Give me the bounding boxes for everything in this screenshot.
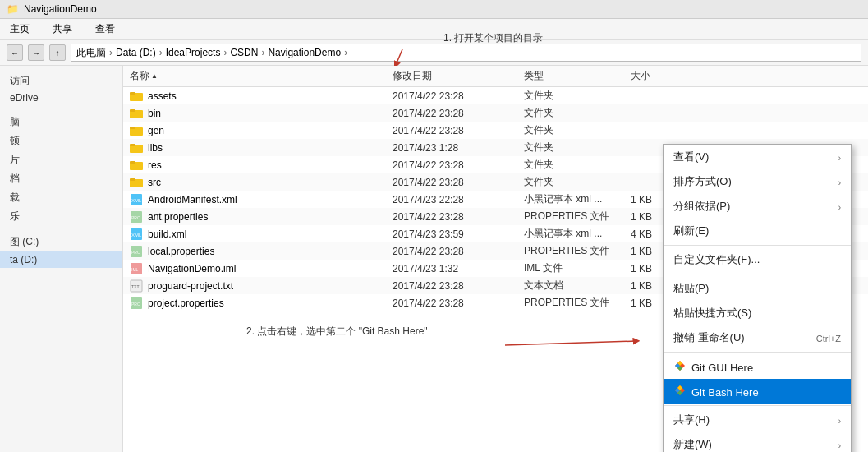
context-menu-item-paste[interactable]: 粘贴(P) <box>664 276 851 301</box>
file-date: 2017/4/23 23:59 <box>393 228 524 240</box>
file-icon: PRO <box>130 245 143 258</box>
file-name-text: proguard-project.txt <box>148 280 233 292</box>
file-name-cell: XML build.xml <box>130 228 393 241</box>
sidebar-item-dang[interactable]: 档 <box>0 169 122 188</box>
file-name-text: assets <box>148 90 177 102</box>
svg-text:PRO: PRO <box>131 250 140 255</box>
context-menu-item-paste-shortcut[interactable]: 粘贴快捷方式(S) <box>664 301 851 325</box>
file-name-cell: bin <box>130 107 393 120</box>
sidebar-item-pian[interactable]: 片 <box>0 150 122 169</box>
file-type: 文件夹 <box>524 106 631 120</box>
svg-rect-3 <box>130 109 135 112</box>
file-icon <box>130 159 143 172</box>
col-name[interactable]: 名称 ▲ <box>130 69 393 83</box>
col-date[interactable]: 修改日期 <box>393 69 524 83</box>
breadcrumb-part-4[interactable]: NavigationDemo <box>268 47 341 58</box>
breadcrumb-part-2[interactable]: IdeaProjects <box>166 47 221 58</box>
svg-text:PRO: PRO <box>131 215 140 220</box>
context-menu-item-share[interactable]: 共享(H) › <box>664 408 851 432</box>
breadcrumb-part-1[interactable]: Data (D:) <box>116 47 156 58</box>
file-name-cell: TXT proguard-project.txt <box>130 279 393 293</box>
context-menu-separator <box>664 274 851 274</box>
nav-up[interactable]: ↑ <box>49 44 66 61</box>
col-size[interactable]: 大小 <box>631 69 696 83</box>
context-menu-item-git-gui[interactable]: Git GUI Here <box>664 354 851 379</box>
ribbon-tab-home[interactable]: 主页 <box>7 21 33 38</box>
context-menu-item-view[interactable]: 查看(V) › <box>664 145 851 169</box>
col-type[interactable]: 类型 <box>524 69 631 83</box>
file-icon: TXT <box>130 279 143 293</box>
ribbon-tab-share[interactable]: 共享 <box>49 21 76 38</box>
file-icon: XML <box>130 228 143 241</box>
file-date: 2017/4/22 23:28 <box>393 177 524 188</box>
file-type: 文件夹 <box>524 123 631 137</box>
breadcrumb-part-3[interactable]: CSDN <box>230 47 258 58</box>
sidebar-item-quickaccess[interactable]: 访问 <box>0 72 122 90</box>
svg-rect-11 <box>130 178 135 181</box>
file-date: 2017/4/22 23:28 <box>393 211 524 223</box>
ctx-label-view: 查看(V) <box>673 150 709 164</box>
file-name-cell: PRO project.properties <box>130 297 393 310</box>
breadcrumb-part-0[interactable]: 此电脑 <box>76 46 106 60</box>
svg-line-26 <box>396 49 402 65</box>
context-menu-item-sort[interactable]: 排序方式(O) › <box>664 169 851 194</box>
sidebar-item-zai[interactable]: 载 <box>0 188 122 207</box>
file-type: 小黑记事本 xml ... <box>524 192 631 206</box>
file-name-text: AndroidManifest.xml <box>148 194 237 205</box>
sidebar-item-brain[interactable]: 脑 <box>0 113 122 131</box>
ctx-label-undo: 撤销 重命名(U) <box>673 330 745 345</box>
sidebar-item-yue[interactable]: 乐 <box>0 207 122 226</box>
file-icon <box>130 107 143 120</box>
context-menu-item-refresh[interactable]: 刷新(E) <box>664 219 851 243</box>
file-name-text: res <box>148 159 162 171</box>
nav-back[interactable]: ← <box>7 44 23 61</box>
ctx-label-customize: 自定义文件夹(F)... <box>673 252 760 267</box>
file-type: PROPERTIES 文件 <box>524 210 631 224</box>
submenu-arrow-sort: › <box>838 178 841 187</box>
ctx-label-paste-shortcut: 粘贴快捷方式(S) <box>673 306 751 321</box>
svg-text:XML: XML <box>131 233 142 238</box>
file-icon: XML <box>130 193 143 206</box>
sidebar-item-edrive[interactable]: eDrive <box>0 90 122 106</box>
context-menu-separator <box>664 405 851 406</box>
file-icon <box>130 176 143 189</box>
file-name-text: project.properties <box>148 297 224 309</box>
table-row[interactable]: bin 2017/4/22 23:28 文件夹 <box>123 104 868 122</box>
breadcrumb[interactable]: 此电脑 › Data (D:) › IdeaProjects › CSDN › … <box>71 44 861 62</box>
sidebar: 访问 eDrive 脑 顿 片 档 载 乐 图 (C:) ta (D:) <box>0 66 123 452</box>
file-type: 文件夹 <box>524 141 631 155</box>
ctx-label-paste: 粘贴(P) <box>673 281 709 296</box>
file-icon: PRO <box>130 297 143 310</box>
table-row[interactable]: gen 2017/4/22 23:28 文件夹 <box>123 122 868 139</box>
context-menu-item-new[interactable]: 新建(W) › <box>664 432 851 452</box>
svg-text:IML: IML <box>131 267 139 272</box>
context-menu-item-group[interactable]: 分组依据(P) › <box>664 194 851 219</box>
sidebar-item-dun[interactable]: 顿 <box>0 131 122 150</box>
file-name-text: bin <box>148 108 161 119</box>
titlebar: 📁 NavigationDemo <box>0 0 868 19</box>
context-menu-separator <box>664 352 851 353</box>
file-date: 2017/4/22 23:28 <box>393 297 524 309</box>
submenu-arrow-new: › <box>838 441 841 450</box>
context-menu-item-undo[interactable]: 撤销 重命名(U) Ctrl+Z <box>664 325 851 350</box>
context-menu-item-customize[interactable]: 自定义文件夹(F)... <box>664 247 851 272</box>
file-type: 文件夹 <box>524 175 631 189</box>
file-name-cell: PRO local.properties <box>130 245 393 258</box>
sidebar-item-c[interactable]: 图 (C:) <box>0 233 122 251</box>
file-icon: IML <box>130 262 143 275</box>
window-title: NavigationDemo <box>24 3 97 15</box>
svg-rect-9 <box>130 161 135 164</box>
file-type: 小黑记事本 xml ... <box>524 227 631 241</box>
file-icon <box>130 141 143 155</box>
annotation-arrow2 <box>501 325 649 357</box>
context-menu-item-git-bash[interactable]: Git Bash Here <box>664 379 851 404</box>
file-name-cell: assets <box>130 90 393 103</box>
nav-forward[interactable]: → <box>28 44 44 61</box>
file-date: 2017/4/22 23:28 <box>393 246 524 257</box>
sidebar-item-d[interactable]: ta (D:) <box>0 251 122 268</box>
ribbon-tab-view[interactable]: 查看 <box>92 21 118 38</box>
table-row[interactable]: assets 2017/4/22 23:28 文件夹 <box>123 87 868 104</box>
file-icon <box>130 124 143 137</box>
submenu-arrow-view: › <box>838 154 841 163</box>
svg-text:PRO: PRO <box>131 302 140 307</box>
